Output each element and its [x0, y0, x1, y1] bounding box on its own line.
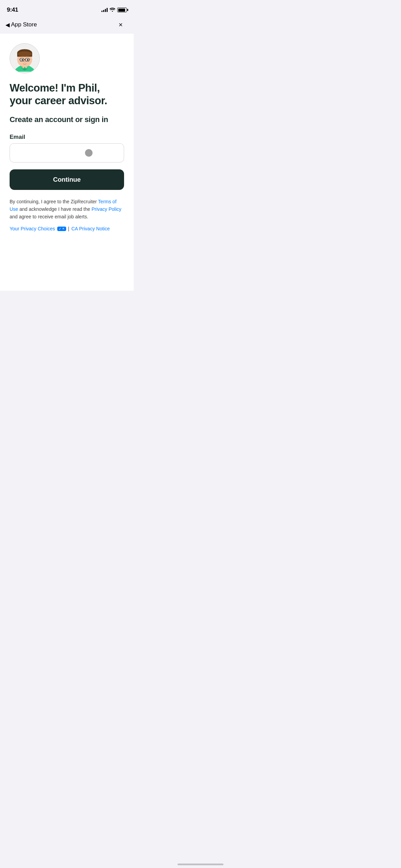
nav-bar: ◀ App Store ×	[0, 17, 134, 34]
signal-icon	[101, 8, 108, 12]
battery-icon	[117, 8, 127, 12]
svg-point-9	[27, 59, 28, 61]
avatar	[10, 43, 40, 73]
legal-prefix: By continuing, I agree to the ZipRecruit…	[10, 199, 98, 204]
svg-point-15	[24, 61, 26, 62]
close-icon: ×	[119, 21, 123, 29]
wifi-icon	[110, 7, 115, 13]
svg-point-5	[18, 51, 32, 57]
status-bar: 9:41	[0, 0, 134, 17]
legal-middle: and acknowledge I have read the	[18, 206, 92, 212]
privacy-links: Your Privacy Choices ✓ ✕ | CA Privacy No…	[10, 226, 124, 231]
welcome-title: Welcome! I'm Phil, your career advisor.	[10, 82, 124, 107]
legal-suffix: and agree to receive email job alerts.	[10, 214, 88, 219]
email-input[interactable]	[10, 143, 124, 162]
privacy-policy-link[interactable]: Privacy Policy	[92, 206, 121, 212]
email-input-wrapper	[10, 143, 124, 162]
x-icon: ✕	[62, 227, 65, 230]
avatar-image	[11, 45, 38, 72]
your-privacy-choices-link[interactable]: Your Privacy Choices	[10, 226, 55, 231]
create-account-subtitle: Create an account or sign in	[10, 115, 124, 124]
continue-button[interactable]: Continue	[10, 169, 124, 190]
back-arrow-icon: ◀	[5, 22, 10, 28]
check-icon: ✓	[59, 227, 61, 231]
back-label: App Store	[11, 21, 37, 28]
main-content: Welcome! I'm Phil, your career advisor. …	[0, 34, 134, 291]
status-time: 9:41	[7, 7, 18, 13]
email-label: Email	[10, 134, 124, 141]
privacy-choices-badge: ✓ ✕	[57, 227, 66, 231]
ca-privacy-notice-link[interactable]: CA Privacy Notice	[71, 226, 110, 231]
svg-point-8	[22, 59, 23, 61]
legal-text: By continuing, I agree to the ZipRecruit…	[10, 198, 124, 220]
privacy-divider: |	[68, 226, 70, 231]
back-button[interactable]: ◀ App Store	[5, 21, 37, 28]
status-icons	[101, 7, 127, 13]
close-button[interactable]: ×	[114, 19, 127, 31]
